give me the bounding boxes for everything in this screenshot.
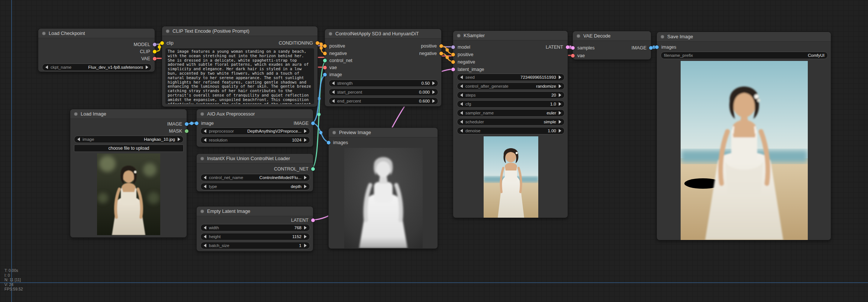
clip-input-dot[interactable] <box>160 41 164 45</box>
latent-image-input-dot[interactable] <box>451 68 455 71</box>
widget-filename-prefix[interactable]: filename_prefix ComfyUI <box>661 52 828 59</box>
decrement-arrow-icon[interactable] <box>460 111 463 115</box>
widget-preprocessor[interactable]: preprocessor DepthAnythingV2Preproce... <box>200 127 310 135</box>
input-port-samples[interactable]: samples <box>571 45 595 51</box>
decrement-arrow-icon[interactable] <box>204 138 206 142</box>
widget-width[interactable]: width 768 <box>200 224 310 231</box>
increment-arrow-icon[interactable] <box>559 84 561 88</box>
collapse-dot-icon[interactable] <box>200 157 204 160</box>
node-ksampler[interactable]: KSampler model positive negative latent_… <box>453 30 568 218</box>
choose-file-button[interactable]: choose file to upload <box>74 144 184 152</box>
widget-batch-size[interactable]: batch_size 1 <box>200 242 310 249</box>
widget-sampler-name[interactable]: sampler_name euler <box>457 109 565 117</box>
increment-arrow-icon[interactable] <box>559 111 561 115</box>
image-input-dot[interactable] <box>323 73 327 77</box>
decrement-arrow-icon[interactable] <box>45 65 48 69</box>
input-port-positive[interactable]: positive <box>323 43 345 49</box>
widget-scheduler[interactable]: scheduler simple <box>457 118 565 126</box>
widget-end-percent[interactable]: end_percent 0.600 <box>329 97 438 105</box>
vae-input-dot[interactable] <box>571 54 575 58</box>
node-instantx-controlnet-loader[interactable]: InstantX Flux Union ControlNet Loader CO… <box>196 153 313 192</box>
decrement-arrow-icon[interactable] <box>204 176 206 179</box>
input-port-control-net[interactable]: control_net <box>323 58 352 63</box>
decrement-arrow-icon[interactable] <box>460 84 463 88</box>
model-output-dot[interactable] <box>153 43 157 46</box>
collapse-dot-icon[interactable] <box>577 34 580 38</box>
decrement-arrow-icon[interactable] <box>460 93 463 97</box>
widget-ckpt-name[interactable]: ckpt_name Flux_dev_v1-fp8.safetensors <box>42 64 152 71</box>
output-port-conditioning[interactable]: CONDITIONING <box>279 40 319 46</box>
decrement-arrow-icon[interactable] <box>204 226 206 230</box>
widget-start-percent[interactable]: start_percent 0.000 <box>329 88 438 96</box>
image-input-dot[interactable] <box>195 121 199 125</box>
output-port-latent[interactable]: LATENT <box>546 45 569 50</box>
input-port-vae[interactable]: vae <box>323 65 337 70</box>
output-port-image[interactable]: IMAGE <box>632 45 653 51</box>
widget-steps[interactable]: steps 20 <box>457 91 565 99</box>
input-port-model[interactable]: model <box>451 45 470 50</box>
widget-resolution[interactable]: resolution 1024 <box>200 136 310 144</box>
increment-arrow-icon[interactable] <box>146 65 148 69</box>
positive-input-dot[interactable] <box>323 44 327 48</box>
increment-arrow-icon[interactable] <box>559 120 561 124</box>
image-output-dot[interactable] <box>649 46 653 50</box>
increment-arrow-icon[interactable] <box>432 81 435 85</box>
decrement-arrow-icon[interactable] <box>204 185 206 188</box>
input-port-clip[interactable]: clip <box>160 40 174 46</box>
output-port-mask[interactable]: MASK <box>169 129 188 134</box>
node-vae-decode[interactable]: VAE Decode samples vae IMAGE <box>572 31 651 60</box>
output-port-positive[interactable]: positive <box>421 43 443 49</box>
output-port-model[interactable]: MODEL <box>134 42 157 47</box>
images-input-dot[interactable] <box>655 45 659 49</box>
samples-input-dot[interactable] <box>571 46 575 50</box>
increment-arrow-icon[interactable] <box>559 102 561 106</box>
image-output-dot[interactable] <box>311 121 315 125</box>
positive-output-dot[interactable] <box>439 44 443 48</box>
collapse-dot-icon[interactable] <box>200 210 204 213</box>
input-port-negative[interactable]: negative <box>323 51 347 56</box>
negative-input-dot[interactable] <box>451 60 455 64</box>
collapse-dot-icon[interactable] <box>457 34 461 38</box>
input-port-latent-image[interactable]: latent_image <box>451 67 484 72</box>
increment-arrow-icon[interactable] <box>432 90 435 94</box>
node-preview-image[interactable]: Preview Image images <box>328 127 438 249</box>
increment-arrow-icon[interactable] <box>432 99 435 103</box>
output-port-image[interactable]: IMAGE <box>167 121 188 127</box>
node-load-checkpoint[interactable]: Load Checkpoint MODEL CLIP VAE ckpt_name… <box>38 28 155 72</box>
increment-arrow-icon[interactable] <box>559 129 561 133</box>
input-port-negative[interactable]: negative <box>451 59 475 65</box>
vae-output-dot[interactable] <box>153 57 157 61</box>
widget-control-net-name[interactable]: control_net_name ControlnetModel/Flu... <box>200 174 310 181</box>
collapse-dot-icon[interactable] <box>200 112 204 116</box>
widget-strength[interactable]: strength 0.50 <box>329 79 438 87</box>
control-net-output-dot[interactable] <box>311 167 315 171</box>
vae-input-dot[interactable] <box>323 66 327 69</box>
decrement-arrow-icon[interactable] <box>204 244 206 247</box>
node-aio-aux-preprocessor[interactable]: AIO Aux Preprocessor image IMAGE preproc… <box>196 109 313 147</box>
increment-arrow-icon[interactable] <box>178 137 180 141</box>
decrement-arrow-icon[interactable] <box>460 120 463 124</box>
increment-arrow-icon[interactable] <box>304 176 307 179</box>
decrement-arrow-icon[interactable] <box>204 129 206 133</box>
decrement-arrow-icon[interactable] <box>460 75 463 79</box>
increment-arrow-icon[interactable] <box>304 244 307 247</box>
increment-arrow-icon[interactable] <box>304 235 307 238</box>
widget-image-file[interactable]: image Hangkao_10.jpg <box>74 136 184 143</box>
latent-output-dot[interactable] <box>311 218 315 222</box>
input-port-image[interactable]: image <box>195 121 214 126</box>
widget-seed[interactable]: seed 723469965151993 <box>457 74 565 81</box>
output-port-latent[interactable]: LATENT <box>291 218 315 223</box>
mask-output-dot[interactable] <box>185 129 188 133</box>
decrement-arrow-icon[interactable] <box>332 99 335 103</box>
input-port-images[interactable]: images <box>655 45 676 50</box>
input-port-positive[interactable]: positive <box>451 52 473 57</box>
clip-output-dot[interactable] <box>153 50 157 53</box>
output-port-clip[interactable]: CLIP <box>140 49 157 54</box>
conditioning-output-dot[interactable] <box>316 41 319 45</box>
output-port-image[interactable]: IMAGE <box>294 121 315 126</box>
output-port-vae[interactable]: VAE <box>141 56 157 61</box>
collapse-dot-icon[interactable] <box>661 35 664 39</box>
input-port-image[interactable]: image <box>323 72 342 77</box>
latent-output-dot[interactable] <box>566 45 569 49</box>
positive-input-dot[interactable] <box>451 53 455 56</box>
